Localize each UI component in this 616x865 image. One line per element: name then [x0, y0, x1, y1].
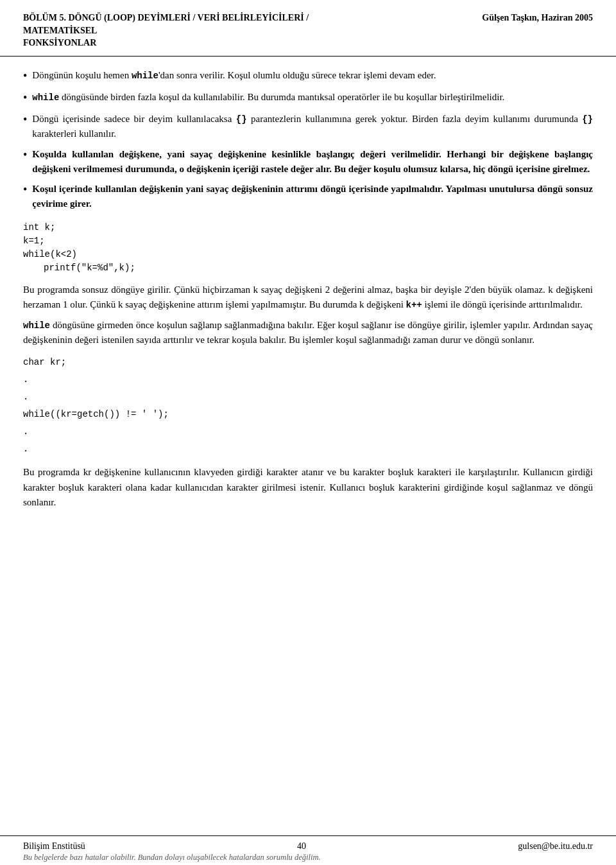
bullet-item-4: • Koşulda kullanılan değişkene, yani say…	[23, 147, 593, 177]
bullet-text-3: Döngü içerisinde sadece bir deyim kullan…	[32, 112, 593, 142]
bullet-item-3: • Döngü içerisinde sadece bir deyim kull…	[23, 112, 593, 142]
bullet-text-2: while döngüsünde birden fazla koşul da k…	[32, 90, 504, 105]
para-2: while döngüsüne girmeden önce koşulun sa…	[23, 318, 593, 348]
main-content: • Döngünün koşulu hemen while'dan sonra …	[0, 57, 616, 835]
char-kr-line: char kr;	[23, 356, 593, 369]
while-keyword-2: while	[32, 92, 59, 103]
char-kr-block: char kr;	[23, 356, 593, 369]
code-block-1: int k; k=1; while(k<2) printf("k=%d",k);	[23, 221, 593, 275]
header-title-left: BÖLÜM 5. DÖNGÜ (LOOP) DEYİMLERİ / VERİ B…	[23, 12, 357, 49]
footer-disclaimer: Bu belgelerde bazı hatalar olabilir. Bun…	[23, 853, 593, 862]
para-3: Bu programda kr değişkenine kullanıcının…	[23, 465, 593, 510]
footer-email: gulsen@be.itu.edu.tr	[518, 841, 593, 852]
bullet-text-5: Koşul içerinde kullanılan değişkenin yan…	[32, 182, 593, 212]
page-footer: Bilişim Enstitüsü 40 gulsen@be.itu.edu.t…	[0, 835, 616, 865]
bullet-item-2: • while döngüsünde birden fazla koşul da…	[23, 90, 593, 107]
header-author: Gülşen Taşkın, Haziran 2005	[482, 12, 593, 24]
dot-before: .	[23, 372, 593, 388]
dot-after: .	[23, 424, 593, 440]
code-line-3: while(k<2)	[23, 248, 593, 261]
page-header: BÖLÜM 5. DÖNGÜ (LOOP) DEYİMLERİ / VERİ B…	[0, 0, 616, 57]
while-kr-line: while((kr=getch()) != ' ');	[23, 408, 593, 421]
footer-main: Bilişim Enstitüsü 40 gulsen@be.itu.edu.t…	[23, 841, 593, 852]
bullet-item-1: • Döngünün koşulu hemen while'dan sonra …	[23, 68, 593, 85]
header-right-line1: Gülşen Taşkın, Haziran 2005	[482, 12, 593, 24]
header-line1: BÖLÜM 5. DÖNGÜ (LOOP) DEYİMLERİ / VERİ B…	[23, 12, 357, 37]
footer-left: Bilişim Enstitüsü	[23, 841, 85, 852]
brace-keyword-1: {}	[236, 114, 247, 125]
kpp-code: k++	[406, 300, 422, 310]
while-keyword-1: while	[132, 71, 158, 81]
code-line-2: k=1;	[23, 234, 593, 248]
bullet-dot-3: •	[23, 111, 27, 128]
bullet-text-1: Döngünün koşulu hemen while'dan sonra ve…	[32, 68, 436, 83]
bullet-item-5: • Koşul içerinde kullanılan değişkenin y…	[23, 182, 593, 212]
code-line-1: int k;	[23, 221, 593, 234]
bullet-dot-2: •	[23, 89, 27, 107]
dot-before-2: .	[23, 389, 593, 405]
footer-page-number: 40	[297, 841, 306, 852]
para-1: Bu programda sonsuz döngüye girilir. Çün…	[23, 283, 593, 313]
bullet-text-4: Koşulda kullanılan değişkene, yani sayaç…	[32, 147, 593, 177]
page: BÖLÜM 5. DÖNGÜ (LOOP) DEYİMLERİ / VERİ B…	[0, 0, 616, 865]
brace-keyword-2: {}	[582, 114, 593, 125]
bullet-dot-4: •	[23, 146, 27, 164]
bullet-dot-1: •	[23, 67, 27, 85]
code-line-4: printf("k=%d",k);	[23, 261, 593, 275]
bullet-dot-5: •	[23, 181, 27, 198]
while-keyword-para2: while	[23, 320, 50, 331]
header-line2: FONKSİYONLAR	[23, 37, 357, 49]
dot-after-2: .	[23, 441, 593, 457]
